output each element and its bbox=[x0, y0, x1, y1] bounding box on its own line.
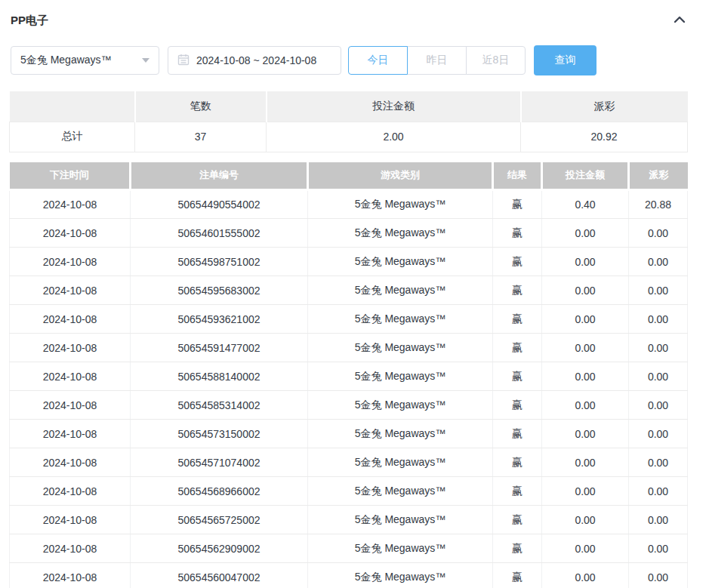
bet-id-cell: 50654562909002 bbox=[131, 534, 308, 563]
table-row: 2024-10-08506545914770025金兔 Megaways™赢0.… bbox=[10, 334, 688, 362]
table-row: 2024-10-08506545629090025金兔 Megaways™赢0.… bbox=[10, 534, 688, 563]
summary-total-payout: 20.92 bbox=[521, 122, 688, 152]
filter-bar: 5金兔 Megaways™ 2024-10-08 ~ 2024-10-08 今日… bbox=[11, 45, 709, 75]
chevron-up-icon bbox=[673, 14, 686, 27]
calendar-icon bbox=[177, 54, 190, 68]
result-cell: 赢 bbox=[493, 563, 542, 588]
result-cell: 赢 bbox=[493, 219, 542, 248]
bet-amount-cell: 0.00 bbox=[542, 305, 629, 334]
records-header-bet-id: 注单编号 bbox=[131, 162, 308, 190]
table-row: 2024-10-08506545881400025金兔 Megaways™赢0.… bbox=[10, 362, 688, 391]
bet-amount-cell: 0.00 bbox=[542, 477, 629, 506]
summary-header-row: 笔数 投注金额 派彩 bbox=[10, 91, 688, 122]
table-row: 2024-10-08506546015550025金兔 Megaways™赢0.… bbox=[10, 219, 688, 248]
game-select-value: 5金兔 Megaways™ bbox=[20, 54, 112, 67]
bet-amount-cell: 0.00 bbox=[542, 391, 629, 420]
query-button[interactable]: 查询 bbox=[534, 45, 596, 75]
bet-time-cell: 2024-10-08 bbox=[10, 305, 131, 334]
quick-range-today-button[interactable]: 今日 bbox=[348, 46, 408, 75]
bet-id-cell: 50654601555002 bbox=[131, 219, 308, 248]
collapse-button[interactable] bbox=[673, 14, 686, 27]
game-select[interactable]: 5金兔 Megaways™ bbox=[11, 46, 159, 75]
bet-id-cell: 50654591477002 bbox=[131, 334, 308, 362]
game-category-cell: 5金兔 Megaways™ bbox=[308, 190, 493, 219]
records-table: 下注时间 注单编号 游戏类别 结果 投注金额 派彩 2024-10-085065… bbox=[9, 162, 688, 588]
section-header: PP电子 bbox=[0, 0, 709, 30]
result-cell: 赢 bbox=[493, 534, 542, 563]
bet-time-cell: 2024-10-08 bbox=[10, 334, 131, 362]
result-cell: 赢 bbox=[493, 190, 542, 219]
bet-amount-cell: 0.00 bbox=[542, 506, 629, 534]
bet-amount-cell: 0.00 bbox=[542, 448, 629, 477]
table-row: 2024-10-08506545710740025金兔 Megaways™赢0.… bbox=[10, 448, 688, 477]
summary-total-row: 总计 37 2.00 20.92 bbox=[10, 122, 688, 152]
table-row: 2024-10-08506544905540025金兔 Megaways™赢0.… bbox=[10, 190, 688, 219]
bet-id-cell: 50654568966002 bbox=[131, 477, 308, 506]
bet-id-cell: 50654571074002 bbox=[131, 448, 308, 477]
game-category-cell: 5金兔 Megaways™ bbox=[308, 506, 493, 534]
bet-time-cell: 2024-10-08 bbox=[10, 420, 131, 448]
bet-amount-cell: 0.00 bbox=[542, 420, 629, 448]
bet-id-cell: 50654588140002 bbox=[131, 362, 308, 391]
game-category-cell: 5金兔 Megaways™ bbox=[308, 219, 493, 248]
bet-time-cell: 2024-10-08 bbox=[10, 248, 131, 276]
table-row: 2024-10-08506545689660025金兔 Megaways™赢0.… bbox=[10, 477, 688, 506]
summary-header-payout: 派彩 bbox=[521, 91, 688, 122]
game-category-cell: 5金兔 Megaways™ bbox=[308, 305, 493, 334]
bet-amount-cell: 0.00 bbox=[542, 248, 629, 276]
bet-id-cell: 50654585314002 bbox=[131, 391, 308, 420]
payout-cell: 0.00 bbox=[629, 362, 688, 391]
table-row: 2024-10-08506545600470025金兔 Megaways™赢0.… bbox=[10, 563, 688, 588]
game-category-cell: 5金兔 Megaways™ bbox=[308, 248, 493, 276]
bet-id-cell: 50654598751002 bbox=[131, 248, 308, 276]
table-row: 2024-10-08506545731500025金兔 Megaways™赢0.… bbox=[10, 420, 688, 448]
bet-amount-cell: 0.00 bbox=[542, 334, 629, 362]
quick-range-group: 今日 昨日 近8日 bbox=[348, 46, 526, 75]
bet-time-cell: 2024-10-08 bbox=[10, 219, 131, 248]
bet-time-cell: 2024-10-08 bbox=[10, 276, 131, 305]
records-body: 2024-10-08506544905540025金兔 Megaways™赢0.… bbox=[10, 190, 688, 588]
result-cell: 赢 bbox=[493, 477, 542, 506]
bet-amount-cell: 0.00 bbox=[542, 219, 629, 248]
bet-time-cell: 2024-10-08 bbox=[10, 448, 131, 477]
payout-cell: 0.00 bbox=[629, 391, 688, 420]
game-category-cell: 5金兔 Megaways™ bbox=[308, 420, 493, 448]
bet-time-cell: 2024-10-08 bbox=[10, 563, 131, 588]
game-category-cell: 5金兔 Megaways™ bbox=[308, 477, 493, 506]
payout-cell: 0.00 bbox=[629, 534, 688, 563]
quick-range-last8days-button[interactable]: 近8日 bbox=[466, 46, 526, 75]
payout-cell: 0.00 bbox=[629, 420, 688, 448]
caret-down-icon bbox=[142, 58, 150, 63]
records-header-row: 下注时间 注单编号 游戏类别 结果 投注金额 派彩 bbox=[10, 162, 688, 190]
game-category-cell: 5金兔 Megaways™ bbox=[308, 276, 493, 305]
bet-amount-cell: 0.00 bbox=[542, 534, 629, 563]
result-cell: 赢 bbox=[493, 448, 542, 477]
payout-cell: 0.00 bbox=[629, 219, 688, 248]
bet-time-cell: 2024-10-08 bbox=[10, 362, 131, 391]
bet-amount-cell: 0.00 bbox=[542, 276, 629, 305]
game-category-cell: 5金兔 Megaways™ bbox=[308, 534, 493, 563]
records-header-bet-time: 下注时间 bbox=[10, 162, 131, 190]
summary-header-bet-amount: 投注金额 bbox=[267, 91, 521, 122]
payout-cell: 0.00 bbox=[629, 448, 688, 477]
date-range-input[interactable]: 2024-10-08 ~ 2024-10-08 bbox=[168, 46, 341, 75]
records-header-bet-amount: 投注金额 bbox=[542, 162, 629, 190]
payout-cell: 0.00 bbox=[629, 563, 688, 588]
bet-id-cell: 50654593621002 bbox=[131, 305, 308, 334]
result-cell: 赢 bbox=[493, 506, 542, 534]
result-cell: 赢 bbox=[493, 305, 542, 334]
payout-cell: 0.00 bbox=[629, 477, 688, 506]
summary-total-label: 总计 bbox=[10, 122, 135, 152]
records-header-game-category: 游戏类别 bbox=[308, 162, 493, 190]
result-cell: 赢 bbox=[493, 420, 542, 448]
payout-cell: 20.88 bbox=[629, 190, 688, 219]
game-category-cell: 5金兔 Megaways™ bbox=[308, 362, 493, 391]
payout-cell: 0.00 bbox=[629, 305, 688, 334]
date-range-value: 2024-10-08 ~ 2024-10-08 bbox=[196, 54, 316, 66]
payout-cell: 0.00 bbox=[629, 248, 688, 276]
bet-amount-cell: 0.00 bbox=[542, 362, 629, 391]
game-category-cell: 5金兔 Megaways™ bbox=[308, 391, 493, 420]
quick-range-yesterday-button[interactable]: 昨日 bbox=[407, 46, 467, 75]
game-category-cell: 5金兔 Megaways™ bbox=[308, 563, 493, 588]
result-cell: 赢 bbox=[493, 362, 542, 391]
